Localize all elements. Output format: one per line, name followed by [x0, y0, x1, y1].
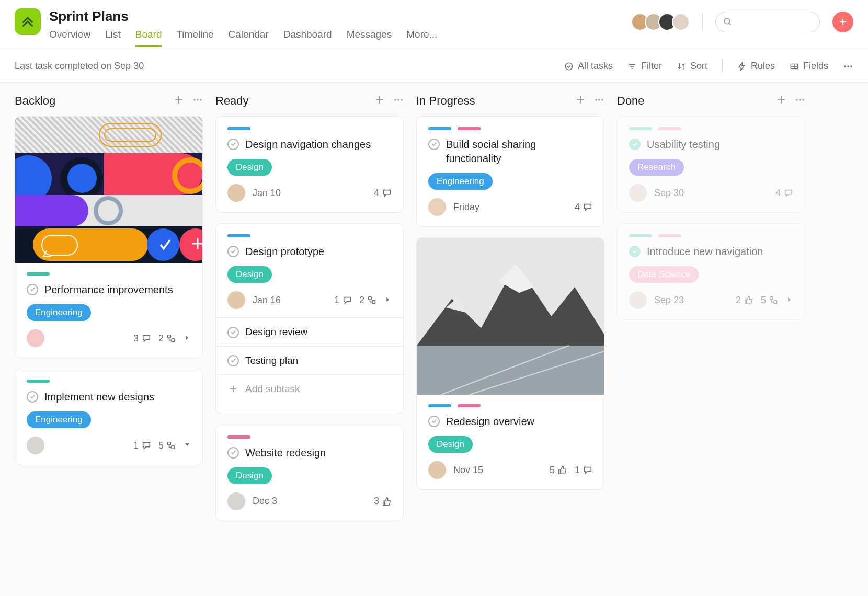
column-more-button[interactable] — [393, 95, 404, 107]
assignee-avatar[interactable] — [227, 492, 245, 510]
tab-messages[interactable]: Messages — [347, 29, 392, 47]
expand-icon[interactable] — [786, 295, 793, 306]
task-card[interactable]: Usability testing Research Sep 30 4 — [617, 116, 805, 213]
plus-icon — [838, 17, 848, 27]
tab-overview[interactable]: Overview — [49, 29, 90, 47]
add-button[interactable] — [832, 12, 853, 32]
subtask-item[interactable]: Design review — [216, 318, 403, 347]
project-bars — [428, 127, 592, 130]
project-bar — [629, 234, 652, 237]
collapse-icon[interactable] — [184, 440, 191, 451]
task-tag[interactable]: Engineering — [27, 304, 91, 321]
tab-dashboard[interactable]: Dashboard — [283, 29, 332, 47]
column-add-button[interactable] — [776, 95, 786, 107]
comments-stat[interactable]: 4 — [775, 188, 793, 199]
likes-stat[interactable]: 5 — [550, 465, 567, 476]
task-tag[interactable]: Design — [227, 266, 272, 283]
assignee-avatar[interactable] — [27, 437, 44, 454]
task-check-icon[interactable] — [629, 139, 641, 150]
subtask-item[interactable]: Testing plan — [216, 347, 403, 375]
subtasks-stat[interactable]: 2 — [359, 295, 377, 306]
assignee-avatar[interactable] — [629, 291, 647, 309]
fields-button[interactable]: Fields — [790, 61, 828, 72]
task-meta: 3 2 — [27, 329, 191, 347]
comments-stat[interactable]: 1 — [334, 295, 352, 306]
tab-list[interactable]: List — [105, 29, 121, 47]
header: Sprint Plans OverviewListBoardTimelineCa… — [0, 0, 868, 50]
comments-stat[interactable]: 4 — [575, 202, 592, 213]
plus-icon — [227, 383, 239, 395]
comments-stat[interactable]: 3 — [133, 333, 151, 344]
assignee-avatar[interactable] — [27, 329, 44, 347]
task-card[interactable]: Implement new designs Engineering 1 5 — [15, 369, 203, 465]
task-tag[interactable]: Design — [428, 436, 473, 453]
tab-timeline[interactable]: Timeline — [176, 29, 213, 47]
task-check-icon[interactable] — [428, 139, 440, 150]
task-check-icon[interactable] — [227, 139, 239, 150]
subtasks-stat[interactable]: 5 — [158, 440, 176, 451]
task-stats: 1 5 — [133, 440, 191, 451]
column-more-button[interactable] — [594, 95, 604, 107]
task-card[interactable]: Redesign overview Design Nov 15 5 1 — [416, 237, 604, 490]
task-check-icon[interactable] — [27, 284, 38, 295]
task-tag[interactable]: Design — [227, 467, 272, 484]
task-check-icon[interactable] — [227, 246, 239, 257]
tab-board[interactable]: Board — [135, 29, 162, 47]
assignee-avatar[interactable] — [227, 291, 245, 309]
task-card[interactable]: Design navigation changes Design Jan 10 … — [215, 116, 404, 213]
task-check-icon[interactable] — [227, 355, 239, 366]
task-check-icon[interactable] — [428, 416, 440, 427]
task-tag[interactable]: Design — [227, 159, 272, 176]
task-card[interactable]: Website redesign Design Dec 3 3 — [215, 425, 404, 521]
assignee-avatar[interactable] — [227, 184, 245, 202]
filter-button[interactable]: Filter — [627, 61, 662, 72]
task-tag[interactable]: Engineering — [27, 411, 91, 428]
expand-icon[interactable] — [384, 295, 392, 306]
due-date: Jan 10 — [253, 188, 281, 199]
subtasks-stat[interactable]: 5 — [761, 295, 779, 306]
column-add-button[interactable] — [174, 95, 184, 107]
project-logo[interactable] — [15, 8, 41, 35]
comments-stat[interactable]: 1 — [133, 440, 151, 451]
column-add-button[interactable] — [374, 95, 385, 107]
likes-stat[interactable]: 2 — [736, 295, 753, 306]
subtask-title: Design review — [245, 325, 307, 339]
more-button[interactable] — [843, 61, 853, 72]
assignee-avatar[interactable] — [629, 184, 647, 202]
tab-calendar[interactable]: Calendar — [229, 29, 269, 47]
task-check-icon[interactable] — [227, 327, 239, 338]
task-card[interactable]: Introduce new navigation Data Science Se… — [617, 223, 805, 320]
task-check-icon[interactable] — [227, 447, 239, 459]
column-more-button[interactable] — [192, 95, 203, 107]
task-tag[interactable]: Engineering — [428, 173, 493, 190]
task-check-icon[interactable] — [629, 246, 641, 257]
search-input[interactable] — [715, 12, 820, 32]
task-card[interactable]: Design prototype Design Jan 16 1 2 Desig… — [215, 223, 404, 414]
rules-button[interactable]: Rules — [737, 61, 775, 72]
comments-stat[interactable]: 1 — [575, 465, 592, 476]
member-avatars[interactable] — [631, 13, 690, 31]
comments-stat[interactable]: 4 — [374, 188, 392, 199]
add-subtask-button[interactable]: Add subtask — [216, 375, 403, 403]
task-title: Build social sharing functionality — [446, 137, 592, 166]
task-check-icon[interactable] — [27, 391, 38, 403]
sort-button[interactable]: Sort — [677, 61, 707, 72]
all-tasks-button[interactable]: All tasks — [564, 61, 613, 72]
svg-point-12 — [847, 65, 849, 67]
task-tag[interactable]: Data Science — [629, 266, 699, 283]
task-row: Design prototype — [227, 245, 392, 259]
assignee-avatar[interactable] — [428, 198, 446, 216]
task-row: Build social sharing functionality — [428, 137, 592, 166]
expand-icon[interactable] — [184, 333, 191, 344]
column-add-button[interactable] — [575, 95, 586, 107]
task-card[interactable]: Performance improvements Engineering 3 2 — [15, 116, 203, 358]
task-tag[interactable]: Research — [629, 159, 684, 176]
subtasks-stat[interactable]: 2 — [158, 333, 176, 344]
avatar[interactable] — [672, 13, 690, 31]
project-bar — [27, 380, 50, 383]
likes-stat[interactable]: 3 — [374, 496, 392, 507]
tab-more[interactable]: More... — [406, 29, 437, 47]
task-card[interactable]: Build social sharing functionality Engin… — [416, 116, 604, 227]
column-more-button[interactable] — [795, 95, 805, 107]
assignee-avatar[interactable] — [428, 461, 446, 479]
